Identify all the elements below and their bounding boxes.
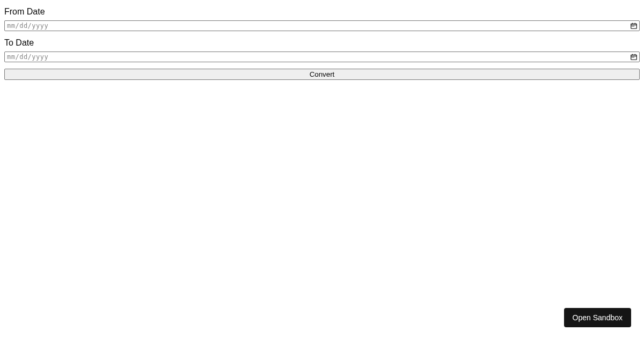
open-sandbox-button[interactable]: Open Sandbox: [564, 308, 631, 327]
to-date-input-wrapper: [4, 52, 640, 62]
to-date-label: To Date: [4, 36, 640, 49]
to-date-row: To Date: [4, 35, 640, 67]
to-date-input[interactable]: [4, 52, 640, 62]
convert-button[interactable]: Convert: [4, 69, 640, 80]
from-date-input-wrapper: [4, 20, 640, 31]
from-date-label: From Date: [4, 5, 640, 18]
from-date-input[interactable]: [4, 20, 640, 31]
from-date-row: From Date: [4, 4, 640, 35]
